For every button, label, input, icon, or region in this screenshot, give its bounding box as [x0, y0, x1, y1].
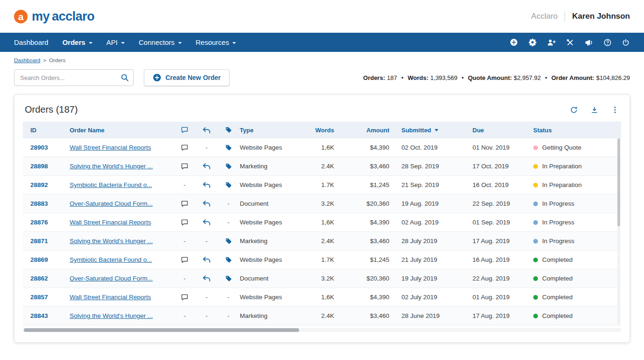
- cell-amount: $4,390: [346, 213, 401, 231]
- tag-icon[interactable]: [225, 275, 232, 282]
- undo-icon[interactable]: [202, 219, 211, 226]
- order-name-link[interactable]: Wall Street Financial Reports: [70, 144, 151, 151]
- tools-icon[interactable]: [566, 38, 574, 47]
- main-navigation: DashboardOrdersAPIConnectorsResources: [0, 33, 644, 52]
- cell-undo: -: [196, 138, 217, 157]
- undo-icon[interactable]: [202, 275, 211, 282]
- order-id-link[interactable]: 28869: [30, 256, 48, 263]
- order-id-link[interactable]: 28843: [30, 312, 48, 319]
- breadcrumb-dashboard-link[interactable]: Dashboard: [14, 58, 40, 63]
- comment-icon[interactable]: [181, 200, 188, 208]
- stat-label: Orders:: [363, 74, 385, 81]
- order-name-link[interactable]: Over-Saturated Cloud Form...: [70, 275, 153, 282]
- cell-tag: -: [217, 307, 240, 325]
- comment-icon: [181, 126, 188, 134]
- order-name-link[interactable]: Solving the World's Hunger ...: [70, 238, 153, 245]
- nav-item-dashboard[interactable]: Dashboard: [14, 33, 55, 52]
- order-id-link[interactable]: 28883: [30, 200, 48, 207]
- cell-words: 3.2K: [310, 269, 346, 288]
- nav-item-api[interactable]: API: [100, 33, 132, 52]
- stat-value: 187: [387, 74, 397, 81]
- search-icon[interactable]: [121, 73, 129, 82]
- order-id-link[interactable]: 28892: [30, 181, 48, 188]
- cell-tag: -: [217, 194, 240, 213]
- tag-icon[interactable]: [225, 163, 232, 170]
- order-id-link[interactable]: 28857: [30, 294, 48, 301]
- order-name-link[interactable]: Symbiotic Bacteria Found o...: [70, 181, 152, 188]
- tag-icon[interactable]: [225, 256, 232, 264]
- cell-words: 1,6K: [310, 213, 346, 231]
- orders-toolbar: Create New Order Orders:187•Words:1,393,…: [14, 69, 630, 86]
- order-name-link[interactable]: Wall Street Financial Reports: [70, 219, 151, 226]
- nav-icon-group: [509, 38, 630, 47]
- add-circle-icon[interactable]: [509, 38, 518, 47]
- column-header-comment[interactable]: [173, 122, 196, 138]
- undo-icon[interactable]: [202, 163, 211, 170]
- cell-undo: [196, 176, 217, 194]
- refresh-icon[interactable]: [570, 106, 578, 114]
- column-header-tag[interactable]: [217, 122, 240, 138]
- column-header-id[interactable]: ID: [23, 122, 70, 138]
- power-icon[interactable]: [622, 38, 630, 47]
- vertical-scrollbar-thumb[interactable]: [617, 138, 620, 226]
- more-options-icon[interactable]: [611, 106, 619, 114]
- chevron-down-icon: [178, 42, 182, 44]
- horizontal-scrollbar-thumb[interactable]: [24, 328, 299, 332]
- order-id-link[interactable]: 28876: [30, 219, 48, 226]
- tag-icon[interactable]: [225, 238, 232, 245]
- cell-comment: -: [173, 232, 196, 250]
- search-input[interactable]: [14, 69, 134, 86]
- order-row: 28892Symbiotic Bacteria Found o...-Websi…: [23, 176, 621, 194]
- cell-comment: -: [173, 176, 196, 194]
- order-id-link[interactable]: 28903: [30, 144, 48, 151]
- nav-item-orders[interactable]: Orders: [55, 33, 99, 52]
- settings-icon[interactable]: [528, 38, 537, 47]
- download-icon[interactable]: [590, 106, 599, 114]
- column-header-amount[interactable]: Amount: [346, 122, 401, 138]
- column-header-due[interactable]: Due: [472, 122, 533, 138]
- order-name-link[interactable]: Over-Saturated Cloud Form...: [70, 200, 153, 207]
- undo-icon[interactable]: [202, 181, 211, 188]
- comment-icon[interactable]: [181, 219, 188, 226]
- create-new-order-button[interactable]: Create New Order: [144, 69, 229, 86]
- tag-icon[interactable]: [225, 144, 232, 151]
- undo-icon[interactable]: [202, 256, 211, 263]
- undo-icon[interactable]: [202, 200, 211, 207]
- stat-label: Quote Amount:: [468, 74, 512, 81]
- nav-item-resources[interactable]: Resources: [189, 33, 243, 52]
- comment-icon[interactable]: [181, 144, 188, 151]
- order-name-link[interactable]: Wall Street Financial Reports: [70, 294, 151, 301]
- comment-icon[interactable]: [181, 256, 188, 264]
- comment-icon[interactable]: [181, 294, 188, 301]
- order-id-link[interactable]: 28862: [30, 275, 48, 282]
- order-name-link[interactable]: Solving the World's Hunger ...: [70, 312, 153, 319]
- cell-amount: $4,390: [346, 288, 401, 306]
- column-header-submitted[interactable]: Submitted: [401, 122, 472, 138]
- status-dot: [533, 239, 538, 244]
- order-id-link[interactable]: 28871: [30, 238, 48, 245]
- account-name[interactable]: Acclaro: [531, 12, 558, 21]
- column-header-type[interactable]: Type: [240, 122, 310, 138]
- help-icon[interactable]: [603, 38, 612, 47]
- account-area: Acclaro Karen Johnson: [531, 11, 630, 22]
- tag-icon[interactable]: [225, 181, 232, 189]
- order-id-link[interactable]: 28898: [30, 163, 48, 170]
- add-user-icon[interactable]: [547, 38, 556, 47]
- comment-icon[interactable]: [181, 163, 188, 170]
- cell-type: Document: [240, 194, 310, 213]
- column-header-status[interactable]: Status: [533, 122, 621, 138]
- column-header-undo[interactable]: [196, 122, 217, 138]
- cell-tag: [217, 157, 240, 175]
- order-name-link[interactable]: Symbiotic Bacteria Found o...: [70, 256, 152, 263]
- nav-item-connectors[interactable]: Connectors: [132, 33, 189, 52]
- app-logo[interactable]: a myacclaro: [14, 9, 94, 24]
- column-header-name[interactable]: Order Name: [70, 122, 173, 138]
- cell-name: Solving the World's Hunger ...: [70, 307, 173, 325]
- cell-status: In Preparation: [533, 176, 621, 194]
- orders-panel: Orders (187) IDOrder NameTypeWordsAmount…: [14, 94, 630, 343]
- column-header-words[interactable]: Words: [310, 122, 346, 138]
- announcements-icon[interactable]: [584, 38, 594, 47]
- order-name-link[interactable]: Solving the World's Hunger ...: [70, 163, 153, 170]
- order-row: 28876Wall Street Financial Reports-Websi…: [23, 213, 621, 232]
- user-name[interactable]: Karen Johnson: [572, 12, 630, 21]
